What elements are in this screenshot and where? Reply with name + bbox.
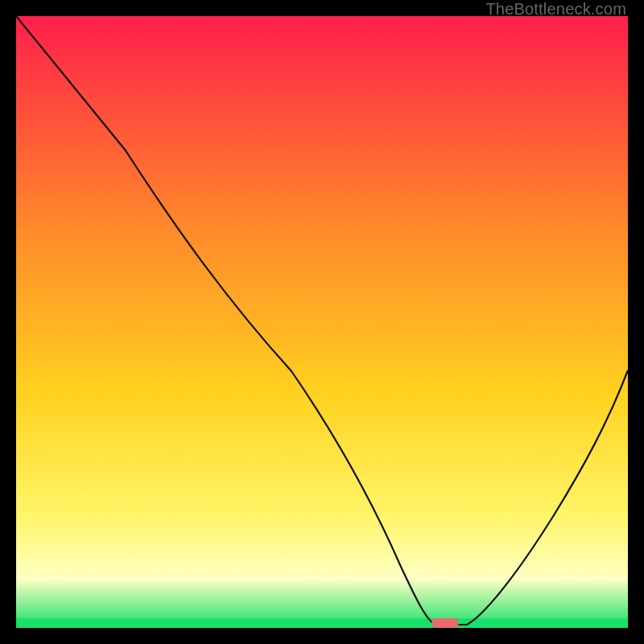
- optimal-marker: [431, 618, 459, 628]
- green-baseline-band: [16, 618, 628, 628]
- gradient-background: [16, 16, 628, 628]
- bottleneck-chart: [16, 16, 628, 628]
